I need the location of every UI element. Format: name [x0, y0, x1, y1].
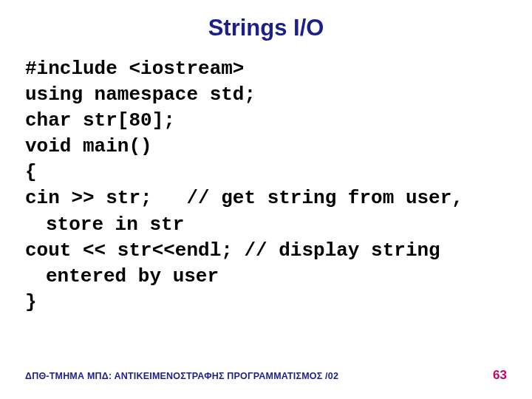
slide-title: Strings I/O [0, 0, 532, 49]
code-line: void main() [25, 134, 507, 160]
slide: Strings I/O #include <iostream> using na… [0, 0, 532, 399]
code-line: using namespace std; [25, 82, 507, 108]
footer-text: ΔΠΘ-ΤΜΗΜΑ ΜΠΔ: ΑΝΤΙΚΕΙΜΕΝΟΣΤΡΑΦΗΣ ΠΡΟΓΡΑ… [25, 371, 338, 381]
code-line: #include <iostream> [25, 56, 507, 82]
code-line: cin >> str; // get string from user, sto… [25, 185, 507, 237]
code-line: char str[80]; [25, 108, 507, 134]
page-number: 63 [493, 368, 507, 383]
code-line: } [25, 290, 507, 316]
slide-footer: ΔΠΘ-ΤΜΗΜΑ ΜΠΔ: ΑΝΤΙΚΕΙΜΕΝΟΣΤΡΑΦΗΣ ΠΡΟΓΡΑ… [25, 368, 507, 383]
code-line: { [25, 160, 507, 185]
code-block: #include <iostream> using namespace std;… [0, 49, 532, 316]
code-line: cout << str<<endl; // display string ent… [25, 238, 507, 290]
